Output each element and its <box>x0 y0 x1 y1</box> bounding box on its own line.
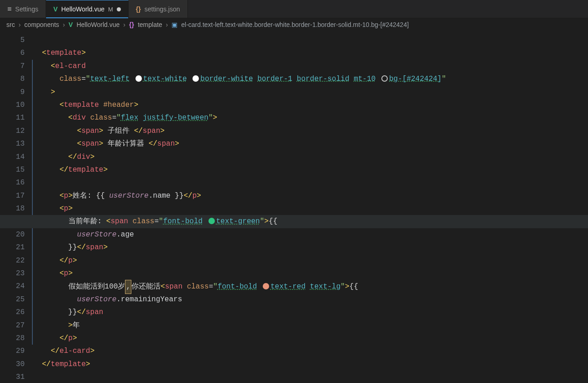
breadcrumb-item[interactable]: el-card.text-left.text-white.border-whit… <box>181 21 409 28</box>
tab-helloworld[interactable]: V HelloWorld.vue M <box>46 0 129 18</box>
tab-label: HelloWorld.vue <box>61 5 104 13</box>
cube-icon: ▣ <box>172 21 177 28</box>
tab-settings[interactable]: ≡ Settings <box>0 0 46 18</box>
fold-column <box>32 31 38 383</box>
tab-bar: ≡ Settings V HelloWorld.vue M {} setting… <box>0 0 588 18</box>
tab-label: Settings <box>15 5 38 13</box>
breadcrumb-item[interactable]: HelloWorld.vue <box>77 21 120 28</box>
tab-settingsjson[interactable]: {} settings.json <box>129 0 188 18</box>
chevron-right-icon: › <box>19 21 21 28</box>
code-content[interactable]: <template> <el-card class="text-left tex… <box>38 31 588 383</box>
vue-icon: V <box>68 21 73 28</box>
json-icon: {} <box>136 5 141 13</box>
vue-icon: V <box>53 5 57 13</box>
chevron-right-icon: › <box>166 21 168 28</box>
menu-icon: ≡ <box>7 5 11 13</box>
breadcrumb-item[interactable]: template <box>138 21 162 28</box>
code-editor[interactable]: 5678910111213141516171819202122232425262… <box>0 31 588 383</box>
braces-icon: {} <box>129 21 134 28</box>
unsaved-dot-icon <box>117 7 121 11</box>
tab-label: settings.json <box>145 5 180 13</box>
chevron-right-icon: › <box>123 21 125 28</box>
breadcrumb-item[interactable]: src <box>6 21 15 28</box>
breadcrumb: src › components › V HelloWorld.vue › {}… <box>0 18 588 31</box>
chevron-right-icon: › <box>63 21 65 28</box>
line-number-gutter: 5678910111213141516171819202122232425262… <box>0 31 32 383</box>
modified-badge: M <box>108 6 113 13</box>
breadcrumb-item[interactable]: components <box>24 21 59 28</box>
